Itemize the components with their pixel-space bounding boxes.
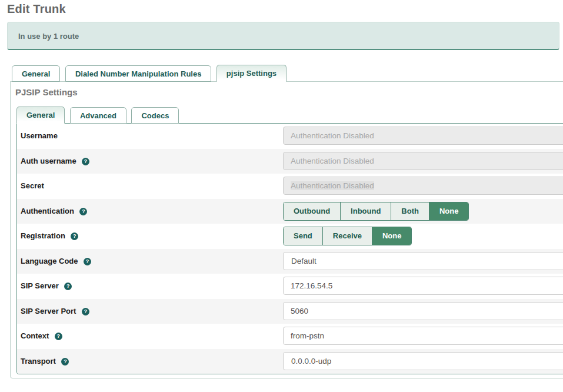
help-icon[interactable]: ?: [55, 333, 62, 340]
sip-server-input[interactable]: [283, 277, 563, 295]
context-label: Context: [21, 331, 49, 340]
form-row-registration: Registration ? Send Receive None: [17, 224, 563, 249]
help-icon[interactable]: ?: [79, 208, 87, 215]
registration-none-button[interactable]: None: [372, 227, 412, 245]
form-row-sip-server-port: SIP Server Port ?: [17, 299, 563, 324]
help-icon[interactable]: ?: [84, 258, 91, 265]
registration-button-group: Send Receive None: [283, 227, 412, 245]
form-row-language-code: Language Code ? Default: [17, 249, 563, 274]
help-icon[interactable]: ?: [64, 283, 72, 290]
pjsip-settings-heading: PJSIP Settings: [11, 82, 563, 107]
tab-general[interactable]: General: [12, 65, 60, 82]
form-row-username: Username: [17, 124, 563, 149]
form-row-secret: Secret Authentication Disabled: [17, 174, 563, 199]
help-icon[interactable]: ?: [82, 308, 89, 315]
context-input[interactable]: [283, 327, 563, 345]
subtab-advanced[interactable]: Advanced: [70, 107, 126, 124]
authentication-outbound-button[interactable]: Outbound: [284, 202, 341, 220]
pjsip-sub-tab-bar: General Advanced Codecs: [11, 107, 563, 124]
authentication-both-button[interactable]: Both: [391, 202, 429, 220]
language-code-label: Language Code: [21, 257, 78, 265]
subtab-general[interactable]: General: [16, 107, 65, 124]
registration-label: Registration: [21, 231, 65, 240]
route-usage-notice-text: In use by 1 route: [18, 32, 79, 41]
form-row-transport: Transport ? 0.0.0.0-udp: [17, 349, 563, 374]
sip-server-port-label: SIP Server Port: [21, 307, 76, 315]
help-icon[interactable]: ?: [61, 358, 69, 366]
sip-server-port-input[interactable]: [283, 302, 563, 320]
pjsip-settings-panel: PJSIP Settings General Advanced Codecs U…: [10, 81, 563, 378]
help-icon[interactable]: ?: [82, 158, 89, 165]
page-title: Edit Trunk: [7, 2, 563, 16]
pjsip-general-form: Username Auth username ? Secret Authenti…: [16, 123, 563, 374]
form-row-auth-username: Auth username ?: [17, 149, 563, 174]
auth-username-input: [283, 152, 563, 170]
transport-label: Transport: [21, 357, 56, 366]
form-row-authentication: Authentication ? Outbound Inbound Both N…: [17, 199, 563, 224]
sip-server-label: SIP Server: [21, 281, 59, 290]
form-row-context: Context ?: [17, 324, 563, 349]
form-row-sip-server: SIP Server ?: [17, 274, 563, 299]
transport-select[interactable]: 0.0.0.0-udp: [283, 352, 563, 370]
tab-pjsip-settings[interactable]: pjsip Settings: [216, 65, 287, 82]
language-code-select[interactable]: Default: [283, 252, 563, 270]
authentication-none-button[interactable]: None: [429, 202, 469, 220]
registration-send-button[interactable]: Send: [284, 227, 323, 245]
secret-input: Authentication Disabled: [283, 177, 563, 195]
username-label: Username: [21, 131, 58, 140]
help-icon[interactable]: ?: [71, 232, 78, 240]
authentication-label: Authentication: [21, 207, 74, 215]
auth-username-label: Auth username: [21, 157, 76, 165]
authentication-inbound-button[interactable]: Inbound: [341, 202, 391, 220]
username-input: [283, 127, 563, 145]
authentication-button-group: Outbound Inbound Both None: [283, 202, 469, 221]
route-usage-notice: In use by 1 route: [7, 22, 559, 50]
secret-label: Secret: [21, 181, 44, 190]
trunk-tab-bar: General Dialed Number Manipulation Rules…: [0, 65, 563, 82]
registration-receive-button[interactable]: Receive: [323, 227, 372, 245]
tab-dialed-number-manipulation-rules[interactable]: Dialed Number Manipulation Rules: [65, 65, 212, 82]
subtab-codecs[interactable]: Codecs: [131, 107, 179, 124]
